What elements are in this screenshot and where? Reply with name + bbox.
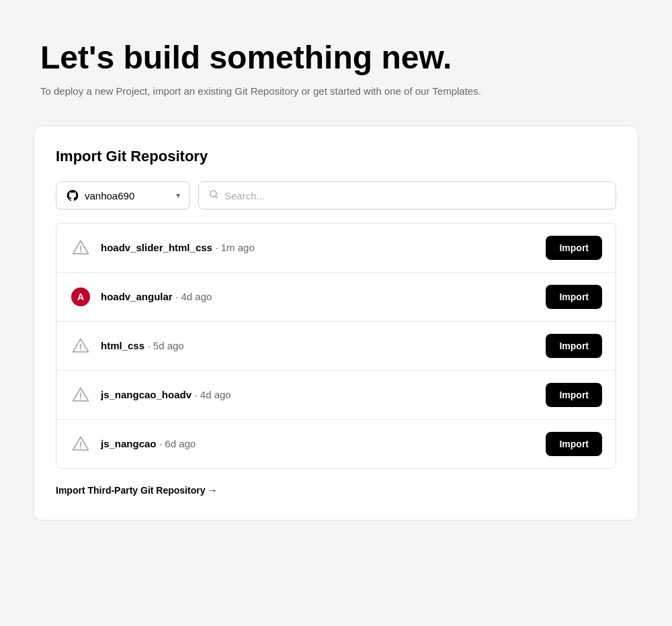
repo-item-2: A hoadv_angular · 4d ago Import (56, 273, 616, 322)
third-party-section: Import Third-Party Git Repository → (56, 482, 616, 498)
chevron-down-icon: ▾ (176, 191, 180, 200)
page-subtitle: To deploy a new Project, import an exist… (40, 84, 632, 99)
triangle-icon (71, 238, 90, 257)
repo-icon-3 (70, 335, 91, 357)
repo-name-1: hoadv_slider_html_css (101, 242, 212, 253)
repo-info-3: html_css · 5d ago (101, 340, 546, 352)
repo-time-3: · 5d ago (148, 340, 184, 351)
repo-info-2: hoadv_angular · 4d ago (101, 291, 546, 303)
import-button-2[interactable]: Import (546, 285, 602, 309)
triangle-icon-5 (71, 435, 90, 453)
account-name: vanhoa690 (85, 190, 171, 202)
repo-time-1: · 1m ago (215, 242, 254, 253)
repo-name-2: hoadv_angular (101, 291, 173, 302)
svg-point-12 (80, 448, 81, 449)
search-input[interactable] (224, 190, 606, 202)
svg-point-0 (210, 191, 216, 197)
repo-icon-4 (70, 384, 91, 406)
import-section-title: Import Git Repository (56, 148, 616, 165)
repo-icon-5 (70, 433, 91, 455)
page-header: Let's build something new. To deploy a n… (34, 40, 638, 99)
svg-point-3 (80, 252, 81, 253)
repo-item-5: js_nangcao · 6d ago Import (56, 420, 616, 468)
angular-icon: A (71, 287, 90, 306)
import-button-1[interactable]: Import (546, 236, 602, 260)
repo-name-5: js_nangcao (101, 438, 157, 449)
repo-time-4: · 4d ago (195, 389, 231, 400)
page-container: Let's build something new. To deploy a n… (34, 40, 638, 586)
import-button-5[interactable]: Import (546, 432, 602, 456)
repo-icon-2: A (70, 286, 91, 308)
repo-list: hoadv_slider_html_css · 1m ago Import A … (56, 223, 616, 469)
svg-point-6 (80, 350, 81, 351)
import-button-4[interactable]: Import (546, 383, 602, 407)
triangle-icon-4 (71, 386, 90, 404)
import-button-3[interactable]: Import (546, 334, 602, 358)
repo-info-1: hoadv_slider_html_css · 1m ago (101, 242, 546, 254)
third-party-git-link[interactable]: Import Third-Party Git Repository → (56, 482, 217, 498)
repo-item: hoadv_slider_html_css · 1m ago Import (56, 224, 616, 273)
triangle-icon-3 (71, 337, 90, 355)
repo-item-4: js_nangcao_hoadv · 4d ago Import (56, 371, 616, 420)
repo-item-3: html_css · 5d ago Import (56, 322, 616, 371)
repo-name-4: js_nangcao_hoadv (101, 389, 192, 400)
repo-info-5: js_nangcao · 6d ago (101, 438, 546, 450)
github-icon (66, 189, 79, 202)
repo-time-5: · 6d ago (159, 438, 196, 449)
repo-info-4: js_nangcao_hoadv · 4d ago (101, 389, 546, 401)
search-icon (208, 189, 219, 202)
repo-name-3: html_css (101, 340, 144, 351)
svg-point-9 (80, 399, 81, 400)
controls-row: vanhoa690 ▾ (56, 181, 616, 210)
repo-icon-1 (70, 237, 91, 259)
account-selector[interactable]: vanhoa690 ▾ (56, 181, 190, 210)
page-title: Let's build something new. (40, 40, 632, 76)
repo-time-2: · 4d ago (175, 291, 212, 302)
search-wrapper (198, 181, 616, 210)
import-git-card: Import Git Repository vanhoa690 ▾ (34, 126, 638, 521)
